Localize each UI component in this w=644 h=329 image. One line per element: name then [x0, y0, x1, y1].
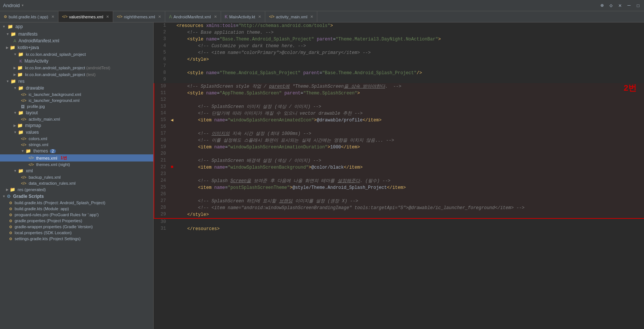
backup-rules-label: backup_rules.xml	[28, 175, 61, 179]
sidebar-item-ic-fg[interactable]: </> ic_launcher_foreground.xml	[0, 97, 153, 103]
line-content-22: <item name="windowSplashScreenBackground…	[175, 164, 644, 171]
sidebar-item-res[interactable]: ▼ 📁 res	[0, 78, 153, 85]
sidebar-item-themes-xml-night[interactable]: </> themes.xml (night)	[0, 162, 153, 167]
sidebar-item-kr-test[interactable]: ▶ 📁 kr.co.lion.android_splash_project (t…	[0, 71, 153, 78]
code-line-9: 9	[154, 76, 644, 83]
title-bar-dropdown-icon[interactable]: ▾	[21, 3, 24, 8]
local-properties-icon: ⚙	[9, 231, 12, 235]
tab-android-manifest[interactable]: A AndroidManifest.xml ✕	[165, 11, 221, 22]
line-content-5: <!-- <item name="colorPrimary">@color/my…	[175, 49, 644, 56]
tab-values-themes-icon: </>	[62, 15, 67, 19]
sidebar-item-xml[interactable]: ▼ 📁 xml	[0, 167, 153, 174]
tab-close-main-activity[interactable]: ✕	[258, 15, 261, 19]
tab-close-android-manifest[interactable]: ✕	[214, 15, 217, 19]
tab-close-build-gradle[interactable]: ✕	[51, 15, 54, 19]
add-btn[interactable]: ⊕	[599, 2, 605, 9]
strings-label: strings.xml	[28, 142, 48, 147]
tab-close-activity-main-xml[interactable]: ✕	[310, 15, 313, 19]
sidebar-item-backup-rules[interactable]: </> backup_rules.xml	[0, 174, 153, 180]
line-content-3: <style name="Base.Theme.Android_Splash_P…	[175, 36, 644, 43]
sidebar-item-kr-package[interactable]: ▼ 📁 kr.co.lion.android_splash_project	[0, 51, 153, 58]
line-gutter-18	[169, 137, 175, 144]
diamond-btn[interactable]: ◇	[608, 2, 614, 9]
minimize-btn[interactable]: —	[626, 2, 632, 9]
sidebar-item-gradle-properties[interactable]: ⚙ gradle.properties (Project Properties)	[0, 218, 153, 224]
sidebar-item-settings-gradle[interactable]: ⚙ settings.gradle.kts (Project Settings)	[0, 236, 153, 242]
line-num-18: 18	[154, 137, 169, 144]
close-btn[interactable]: ✕	[617, 2, 623, 9]
kr-test-label: kr.co.lion.android_splash_project	[25, 72, 85, 77]
maximize-btn[interactable]: ☐	[635, 2, 641, 9]
proguard-icon: ⚙	[9, 213, 12, 217]
sidebar-item-profile[interactable]: 🖼 profile.jpg	[0, 103, 153, 109]
root-arrow: ▼	[2, 25, 6, 28]
sidebar-root[interactable]: ▼ 📁 app	[0, 22, 153, 31]
code-line-17: 17 <!-- 이미지의 지속 시간 설정 (최대 1000ms) -->	[154, 130, 644, 137]
main-activity-label: MainActivity	[24, 58, 48, 64]
sidebar-item-gradle-wrapper[interactable]: ⚙ gradle-wrapper.properties (Gradle Vers…	[0, 224, 153, 230]
sidebar-item-mipmap[interactable]: ▶ 📁 mipmap	[0, 122, 153, 129]
line-num-24: 24	[154, 178, 169, 184]
line-gutter-2	[169, 29, 175, 36]
line-gutter-10	[169, 83, 175, 90]
sidebar-item-activity-main[interactable]: </> activity_main.xml	[0, 116, 153, 122]
code-line-19: 19 <item name="windowSplashScreenAnimati…	[154, 144, 644, 151]
line-content-6: </style>	[175, 56, 644, 63]
gradle-scripts-label: Gradle Scripts	[13, 194, 44, 199]
sidebar-item-res-generated[interactable]: ▶ 📁 res (generated)	[0, 186, 153, 193]
tab-values-themes[interactable]: </> values\themes.xml ✕	[58, 11, 114, 22]
tab-close-night-themes[interactable]: ✕	[158, 15, 161, 19]
sidebar-item-kr-android-test[interactable]: ▶ 📁 kr.co.lion.android_splash_project (a…	[0, 64, 153, 71]
sidebar-item-strings[interactable]: </> strings.xml	[0, 142, 153, 148]
themes-xml-label: themes.xml	[36, 156, 57, 160]
sidebar-item-themes-xml[interactable]: </> themes.xml 1번	[0, 154, 153, 162]
sidebar-item-build-gradle-app[interactable]: ⚙ build.gradle.kts (Module :app)	[0, 206, 153, 212]
line-content-7	[175, 63, 644, 70]
sidebar-item-drawable[interactable]: ▼ 📁 drawable	[0, 85, 153, 91]
tab-main-activity[interactable]: K MainActivity.kt ✕	[221, 11, 266, 22]
sidebar-item-colors[interactable]: </> colors.xml	[0, 136, 153, 142]
drawable-label: drawable	[26, 85, 44, 91]
sidebar-item-ic-bg[interactable]: </> ic_launcher_background.xml	[0, 91, 153, 97]
kr-test-folder-icon: 📁	[17, 72, 23, 77]
code-table: 1 <resources xmlns:tools="http://schemas…	[154, 22, 644, 232]
manifests-arrow: ▼	[6, 32, 9, 36]
sidebar-item-local-properties[interactable]: ⚙ local.properties (SDK Location)	[0, 230, 153, 236]
line-content-17: <!-- 이미지의 지속 시간 설정 (최대 1000ms) -->	[175, 130, 644, 137]
tab-activity-main-xml[interactable]: </> activity_main.xml ✕	[265, 11, 317, 22]
sidebar-item-android-manifest[interactable]: A AndroidManifest.xml	[0, 37, 153, 44]
themes-folder-icon2: 📁	[25, 148, 31, 154]
sidebar-item-values[interactable]: ▼ 📁 values	[0, 129, 153, 136]
line-gutter-24	[169, 178, 175, 184]
colors-icon: </>	[21, 137, 26, 141]
sidebar-item-kotlin-java[interactable]: ▶ 📁 kotlin+java	[0, 44, 153, 51]
tab-night-themes[interactable]: </> night\themes.xml ✕	[113, 11, 165, 22]
line-content-10: <!-- SplashScreen style 작업 / parent에 "Th…	[175, 83, 644, 90]
code-line-3: 3 <style name="Base.Theme.Android_Splash…	[154, 36, 644, 43]
code-line-26: 26	[154, 191, 644, 198]
line-num-19: 19	[154, 144, 169, 151]
tab-build-gradle[interactable]: ⚙ build.gradle.kts (:app) ✕	[0, 11, 58, 22]
line-content-21: <!-- SplashScreen 배경색 설정 (색상 / 이미지) -->	[175, 157, 644, 164]
line-gutter-4	[169, 43, 175, 49]
sidebar-item-themes-folder[interactable]: ▼ 📁 themes 2	[0, 148, 153, 154]
sidebar-item-gradle-scripts[interactable]: ▼ ⚙ Gradle Scripts	[0, 193, 153, 200]
code-line-25: 25 <item name="postSplashScreenTheme">@s…	[154, 184, 644, 191]
sidebar-item-main-activity[interactable]: K MainActivity	[0, 58, 153, 64]
sidebar-item-proguard[interactable]: ⚙ proguard-rules.pro (ProGuard Rules for…	[0, 212, 153, 218]
sidebar-item-manifests[interactable]: ▼ 📁 manifests	[0, 31, 153, 37]
sidebar-item-layout[interactable]: ▼ 📁 layout	[0, 109, 153, 116]
line-gutter-17	[169, 130, 175, 137]
sidebar-item-build-gradle-project[interactable]: ⚙ build.gradle.kts (Project: Android_Spl…	[0, 200, 153, 206]
layout-folder-icon: 📁	[18, 110, 24, 115]
line-content-31: </resources>	[175, 226, 644, 232]
line-num-7: 7	[154, 63, 169, 70]
tab-close-values-themes[interactable]: ✕	[106, 15, 109, 19]
tab-night-themes-icon: </>	[117, 15, 122, 19]
sidebar-item-data-extraction[interactable]: </> data_extraction_rules.xml	[0, 180, 153, 186]
line-num-9: 9	[154, 76, 169, 83]
code-editor[interactable]: 2번 1 <resources xmlns:tools="http://sche…	[154, 22, 644, 329]
code-line-21: 21 <!-- SplashScreen 배경색 설정 (색상 / 이미지) -…	[154, 157, 644, 164]
main-area: ▼ 📁 app ▼ 📁 manifests A AndroidManifest.…	[0, 22, 644, 329]
drawable-folder-icon: 📁	[18, 85, 24, 91]
